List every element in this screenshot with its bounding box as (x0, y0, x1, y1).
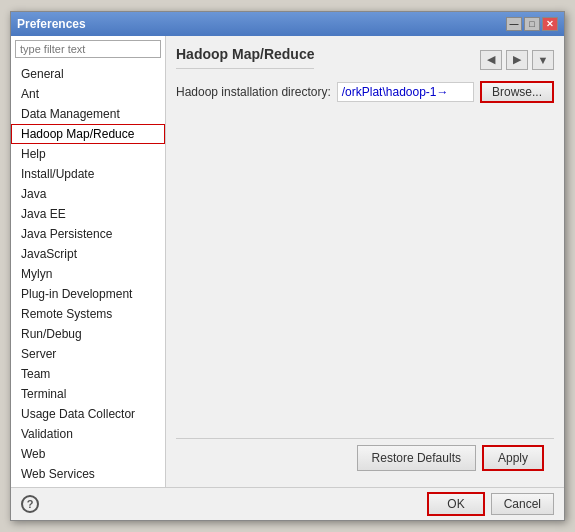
window-controls: — □ ✕ (506, 17, 558, 31)
cancel-button[interactable]: Cancel (491, 493, 554, 515)
sidebar-item-team[interactable]: Team (11, 364, 165, 384)
dropdown-button[interactable]: ▼ (532, 50, 554, 70)
panel-toolbar: ◀ ▶ ▼ (480, 50, 554, 70)
browse-button[interactable]: Browse... (480, 81, 554, 103)
content-area: General Ant Data Management Hadoop Map/R… (11, 36, 564, 487)
filter-input[interactable] (15, 40, 161, 58)
back-button[interactable]: ◀ (480, 50, 502, 70)
back-icon: ◀ (487, 53, 495, 66)
hadoop-dir-value: /orkPlat\hadoop-1→ (337, 82, 474, 102)
forward-button[interactable]: ▶ (506, 50, 528, 70)
action-buttons: Restore Defaults Apply (176, 438, 554, 477)
footer-bar: ? OK Cancel (11, 487, 564, 520)
sidebar-item-data-management[interactable]: Data Management (11, 104, 165, 124)
sidebar-item-java-persistence[interactable]: Java Persistence (11, 224, 165, 244)
title-bar: Preferences — □ ✕ (11, 12, 564, 36)
sidebar-item-java-ee[interactable]: Java EE (11, 204, 165, 224)
sidebar-item-java[interactable]: Java (11, 184, 165, 204)
panel-title: Hadoop Map/Reduce (176, 46, 314, 69)
sidebar-item-web[interactable]: Web (11, 444, 165, 464)
restore-defaults-button[interactable]: Restore Defaults (357, 445, 476, 471)
sidebar-item-web-services[interactable]: Web Services (11, 464, 165, 484)
ok-button[interactable]: OK (427, 492, 484, 516)
sidebar-item-hadoop[interactable]: Hadoop Map/Reduce (11, 124, 165, 144)
sidebar-item-terminal[interactable]: Terminal (11, 384, 165, 404)
maximize-button[interactable]: □ (524, 17, 540, 31)
forward-icon: ▶ (513, 53, 521, 66)
hadoop-dir-row: Hadoop installation directory: /orkPlat\… (176, 81, 554, 103)
sidebar-item-general[interactable]: General (11, 64, 165, 84)
sidebar-item-server[interactable]: Server (11, 344, 165, 364)
apply-button[interactable]: Apply (482, 445, 544, 471)
sidebar-item-run-debug[interactable]: Run/Debug (11, 324, 165, 344)
hadoop-dir-label: Hadoop installation directory: (176, 85, 331, 99)
sidebar: General Ant Data Management Hadoop Map/R… (11, 36, 166, 487)
sidebar-item-javascript[interactable]: JavaScript (11, 244, 165, 264)
close-button[interactable]: ✕ (542, 17, 558, 31)
sidebar-item-ant[interactable]: Ant (11, 84, 165, 104)
preferences-window: Preferences — □ ✕ General Ant Data Manag… (10, 11, 565, 521)
minimize-button[interactable]: — (506, 17, 522, 31)
help-button[interactable]: ? (21, 495, 39, 513)
main-panel: Hadoop Map/Reduce ◀ ▶ ▼ Hadoop installat… (166, 36, 564, 487)
sidebar-item-validation[interactable]: Validation (11, 424, 165, 444)
dropdown-icon: ▼ (538, 54, 549, 66)
sidebar-list: General Ant Data Management Hadoop Map/R… (11, 62, 165, 487)
window-title: Preferences (17, 17, 86, 31)
sidebar-item-plugin-dev[interactable]: Plug-in Development (11, 284, 165, 304)
sidebar-item-help[interactable]: Help (11, 144, 165, 164)
sidebar-item-mylyn[interactable]: Mylyn (11, 264, 165, 284)
sidebar-item-install-update[interactable]: Install/Update (11, 164, 165, 184)
sidebar-item-usage-data[interactable]: Usage Data Collector (11, 404, 165, 424)
ok-cancel-row: OK Cancel (427, 492, 554, 516)
sidebar-item-remote-systems[interactable]: Remote Systems (11, 304, 165, 324)
